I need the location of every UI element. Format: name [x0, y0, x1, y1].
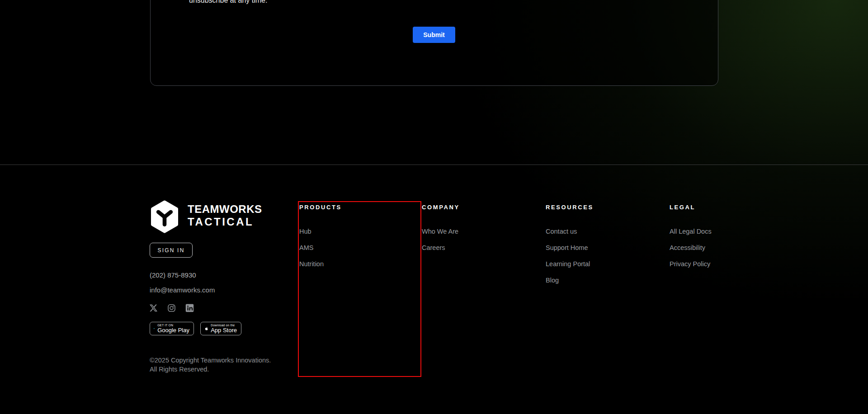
footer-link-contact-us[interactable]: Contact us	[546, 228, 594, 235]
column-heading: PRODUCTS	[299, 204, 342, 211]
footer-link-nutrition[interactable]: Nutrition	[299, 261, 342, 268]
newsletter-disclaimer-text: unsubscribe at any time.	[189, 0, 267, 4]
brand-logo-block: TEAMWORKS TACTICAL	[150, 200, 262, 233]
email-link[interactable]: info@teamworks.com	[150, 286, 215, 294]
linkedin-icon[interactable]	[185, 304, 194, 312]
google-play-store-label: Google Play	[157, 327, 189, 334]
page: unsubscribe at any time. Submit TEAMWORK…	[0, 0, 868, 414]
footer-column-products: PRODUCTS Hub AMS Nutrition	[299, 204, 342, 268]
column-heading: COMPANY	[422, 204, 460, 211]
footer-link-blog[interactable]: Blog	[546, 277, 594, 284]
x-twitter-icon[interactable]	[149, 304, 158, 312]
apple-icon	[204, 325, 208, 333]
column-heading: RESOURCES	[546, 204, 594, 211]
footer-link-who-we-are[interactable]: Who We Are	[422, 228, 460, 235]
footer-column-legal: LEGAL All Legal Docs Accessibility Priva…	[670, 204, 712, 268]
footer-divider	[0, 165, 868, 165]
sign-in-button[interactable]: SIGN IN	[150, 243, 193, 258]
google-play-icon	[154, 324, 155, 333]
social-links-row	[149, 304, 194, 312]
footer-link-careers[interactable]: Careers	[422, 245, 460, 251]
copyright-line2: All Rights Reserved.	[150, 365, 271, 374]
footer-column-resources: RESOURCES Contact us Support Home Learni…	[546, 204, 594, 284]
footer-link-support-home[interactable]: Support Home	[546, 245, 594, 251]
submit-button[interactable]: Submit	[413, 27, 455, 43]
app-badges-row: GET IT ON Google Play Download on the Ap…	[150, 322, 241, 335]
app-store-label: App Store	[211, 327, 237, 334]
footer-link-all-legal-docs[interactable]: All Legal Docs	[670, 228, 712, 235]
footer-link-learning-portal[interactable]: Learning Portal	[546, 261, 594, 268]
footer-column-company: COMPANY Who We Are Careers	[422, 204, 460, 251]
brand-name-line1: TEAMWORKS	[188, 203, 262, 216]
newsletter-card	[150, 0, 718, 86]
instagram-icon[interactable]	[167, 304, 176, 312]
footer-link-hub[interactable]: Hub	[299, 228, 342, 235]
footer-link-ams[interactable]: AMS	[299, 245, 342, 251]
brand-name-line2: TACTICAL	[188, 216, 262, 228]
google-play-tagline: GET IT ON	[157, 324, 189, 327]
teamworks-hexagon-logo-icon	[150, 200, 179, 233]
brand-wordmark: TEAMWORKS TACTICAL	[188, 203, 262, 233]
footer-link-privacy-policy[interactable]: Privacy Policy	[670, 261, 712, 268]
google-play-badge[interactable]: GET IT ON Google Play	[150, 322, 194, 335]
app-store-badge[interactable]: Download on the App Store	[200, 322, 241, 335]
app-store-tagline: Download on the	[211, 324, 237, 327]
copyright-line1: ©2025 Copyright Teamworks Innovations.	[150, 356, 271, 365]
footer-link-accessibility[interactable]: Accessibility	[670, 245, 712, 251]
column-heading: LEGAL	[670, 204, 712, 211]
phone-link[interactable]: (202) 875-8930	[150, 271, 196, 279]
copyright-text: ©2025 Copyright Teamworks Innovations. A…	[150, 356, 271, 374]
